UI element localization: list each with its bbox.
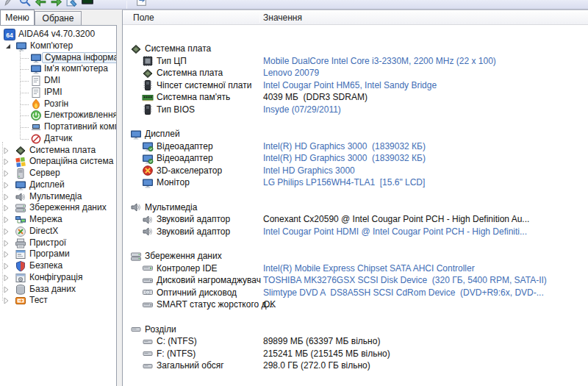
collapsed-arrow-icon[interactable]: [2, 158, 10, 165]
sidebar-item-network[interactable]: Мережа: [0, 214, 116, 226]
sidebar-item-overclock[interactable]: Розгін: [0, 99, 116, 110]
field-value[interactable]: Intel Cougar Point HDMI @ Intel Cougar P…: [263, 226, 527, 238]
sidebar-item-aida64-root[interactable]: 64AIDA64 v4.70.3200: [0, 29, 116, 40]
collapsed-arrow-icon[interactable]: [2, 251, 10, 258]
sidebar-item-programs[interactable]: Програми: [0, 249, 116, 260]
tree-item-label: Безпека: [29, 260, 62, 272]
table-row[interactable]: Звуковий адапторIntel Cougar Point HDMI …: [123, 226, 588, 238]
tree-item-label: Системна плата: [29, 145, 96, 157]
table-row[interactable]: Звуковий адапторConexant Cx20590 @ Intel…: [123, 213, 588, 226]
sidebar-item-storage[interactable]: Збереження даних: [0, 202, 116, 214]
collapsed-arrow-icon[interactable]: [2, 297, 10, 304]
sidebar-item-computer[interactable]: Комп'ютер: [0, 40, 116, 52]
collapsed-arrow-icon[interactable]: [2, 216, 10, 224]
sidebar-item-motherboard[interactable]: Системна плата: [0, 145, 116, 157]
field-value[interactable]: Slimtype DVD A DS8A5SH SCSI CdRom Device…: [263, 287, 544, 299]
sidebar-item-config[interactable]: Конфігурація: [0, 272, 116, 284]
table-row[interactable]: 3D-акселераторIntel HD Graphics 3000: [123, 165, 588, 177]
field-value[interactable]: LG Philips LP156WH4-TLA1 [15.6" LCD]: [263, 176, 425, 189]
field-value[interactable]: Intel(R) HD Graphics 3000 (1839032 КБ): [263, 152, 426, 165]
collapsed-arrow-icon[interactable]: [2, 147, 10, 154]
optical-icon: [142, 287, 154, 299]
table-row[interactable]: Дисковий нагромаджувачTOSHIBA MK3276GSX …: [123, 274, 588, 287]
computer-icon: [15, 40, 27, 52]
table-row[interactable]: Загальний обсяг298.0 ГБ (272.0 ГБ вільно…: [123, 360, 588, 372]
field-label: Звуковий адаптор: [157, 213, 230, 226]
toolbar-search-icon[interactable]: [18, 0, 32, 7]
sidebar-item-test[interactable]: Тест: [0, 295, 116, 307]
sidebar-item-os[interactable]: Операційна система: [0, 156, 116, 168]
toolbar-page-icon[interactable]: [135, 0, 148, 7]
field-value[interactable]: Mobile DualCore Intel Core i3-2330M, 220…: [263, 55, 496, 68]
table-row[interactable]: Системна платаLenovo 20079: [123, 67, 588, 79]
field-value[interactable]: Insyde (07/29/2011): [263, 104, 341, 116]
table-row[interactable]: Контролер IDEIntel(R) Mobile Express Chi…: [123, 262, 588, 275]
column-separator[interactable]: [259, 12, 260, 23]
sidebar-item-security[interactable]: Безпека: [0, 260, 116, 272]
sidebar-item-devices[interactable]: Пристрої: [0, 237, 116, 249]
sidebar-item-sensor[interactable]: Датчик: [0, 133, 116, 145]
table-row[interactable]: Чіпсет системної платиIntel Cougar Point…: [123, 79, 588, 92]
table-row[interactable]: Тип ЦПMobile DualCore Intel Core i3-2330…: [123, 55, 588, 68]
collapsed-arrow-icon[interactable]: [2, 262, 10, 270]
field-value[interactable]: Intel Cougar Point HM65, Intel Sandy Bri…: [263, 79, 437, 92]
column-header-field[interactable]: Поле: [133, 10, 154, 25]
field-value[interactable]: Intel(R) HD Graphics 3000 (1839032 КБ): [263, 140, 426, 153]
collapsed-arrow-icon[interactable]: [2, 274, 10, 282]
toolbar-edit-icon[interactable]: [2, 0, 15, 7]
section-header[interactable]: Системна плата: [123, 43, 588, 55]
collapsed-arrow-icon[interactable]: [2, 182, 10, 189]
table-row[interactable]: Системна пам'ять4039 МБ (DDR3 SDRAM): [123, 91, 588, 104]
column-header-value[interactable]: Значення: [263, 10, 302, 25]
field-label: Тип ЦП: [157, 55, 187, 68]
multimedia-icon: [15, 191, 26, 203]
table-row[interactable]: SMART статус жорсткого д...OK: [123, 299, 588, 311]
sidebar-item-ipmi[interactable]: IPMI: [0, 87, 116, 99]
sidebar-item-power[interactable]: Електроживлення: [0, 110, 116, 121]
tab-favorites[interactable]: Обране: [35, 11, 82, 25]
devices-icon: [15, 237, 26, 249]
collapsed-arrow-icon[interactable]: [2, 204, 10, 212]
sidebar-item-multimedia[interactable]: Мультимедіа: [0, 191, 116, 203]
field-value[interactable]: Intel(R) Mobile Express Chipset SATA AHC…: [263, 262, 475, 275]
field-value[interactable]: Lenovo 20079: [263, 67, 319, 79]
sidebar-item-summary[interactable]: Сумарна інформація: [0, 52, 116, 64]
toolbar-remote-display-icon[interactable]: [81, 0, 94, 7]
storage-icon: [130, 251, 142, 262]
field-label: 3D-акселератор: [157, 165, 222, 177]
table-row[interactable]: ВідеоадаптерIntel(R) HD Graphics 3000 (1…: [123, 140, 588, 153]
sidebar-item-computer-name[interactable]: Ім'я комп'ютера: [0, 63, 116, 75]
collapsed-arrow-icon[interactable]: [2, 240, 10, 247]
tab-menu[interactable]: Меню: [0, 10, 35, 25]
sidebar-item-laptop[interactable]: Портативний комп'ютер: [0, 121, 116, 133]
toolbar-forward-icon[interactable]: [50, 0, 63, 7]
table-row[interactable]: Тип BIOSInsyde (07/29/2011): [123, 104, 588, 116]
field-value[interactable]: Intel HD Graphics 3000: [263, 165, 355, 177]
table-row[interactable]: F: (NTFS)215241 МБ (215145 МБ вільно): [123, 348, 588, 360]
sidebar-item-display[interactable]: Дисплей: [0, 179, 116, 191]
sidebar-item-dmi[interactable]: DMI: [0, 75, 116, 87]
collapsed-arrow-icon[interactable]: [2, 193, 10, 201]
collapsed-arrow-icon[interactable]: [2, 170, 10, 177]
toolbar-back-icon[interactable]: [35, 0, 48, 7]
toolbar-report-icon[interactable]: [65, 0, 79, 7]
display-icon: [15, 179, 26, 191]
field-value[interactable]: TOSHIBA MK3276GSX SCSI Disk Device (320 …: [263, 274, 547, 287]
table-row[interactable]: ВідеоадаптерIntel(R) HD Graphics 3000 (1…: [123, 152, 588, 165]
storage-icon: [15, 202, 26, 214]
section-header[interactable]: Збереження даних: [123, 250, 588, 262]
table-row[interactable]: МоніторLG Philips LP156WH4-TLA1 [15.6" L…: [123, 176, 588, 189]
table-row[interactable]: C: (NTFS)89899 МБ (63397 МБ вільно): [123, 335, 588, 348]
section-header[interactable]: Розділи: [123, 324, 588, 336]
field-value: 4039 МБ (DDR3 SDRAM): [263, 91, 368, 104]
section-header[interactable]: Дисплей: [123, 128, 588, 140]
table-row[interactable]: Оптичний дисководSlimtype DVD A DS8A5SH …: [123, 287, 588, 299]
sidebar-item-server[interactable]: Сервер: [0, 168, 116, 179]
collapsed-arrow-icon[interactable]: [2, 228, 10, 235]
sidebar-item-database[interactable]: База даних: [0, 284, 116, 296]
collapsed-arrow-icon[interactable]: [2, 286, 10, 293]
expanded-arrow-icon[interactable]: [4, 43, 12, 50]
sidebar-item-directx[interactable]: DirectX: [0, 226, 116, 237]
section-header[interactable]: Мультимедіа: [123, 201, 588, 214]
field-value: 298.0 ГБ (272.0 ГБ вільно): [263, 360, 370, 372]
